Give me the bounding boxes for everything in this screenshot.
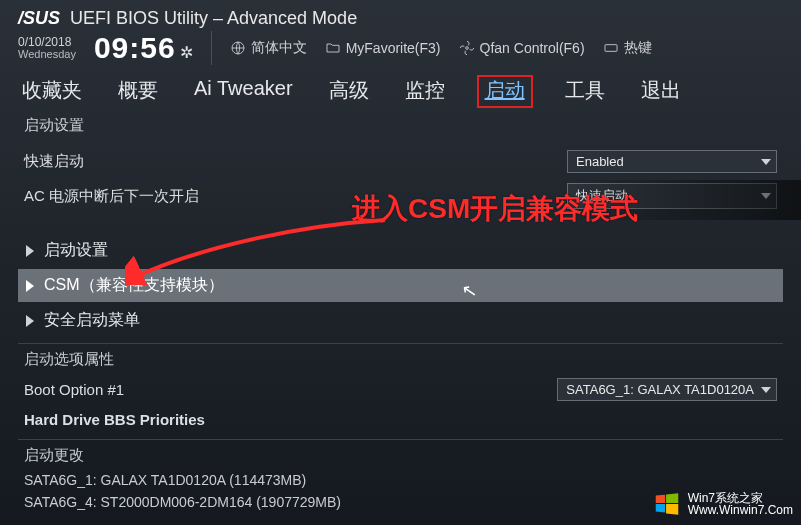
keyboard-icon	[603, 40, 619, 56]
boot-option1-label: Boot Option #1	[24, 381, 557, 398]
svg-point-1	[465, 47, 468, 50]
boot-option-header: 启动选项属性	[24, 350, 783, 369]
tab-monitor[interactable]: 监控	[401, 75, 449, 108]
time-text: 09:56	[94, 31, 176, 65]
main-tabs: 收藏夹 概要 Ai Tweaker 高级 监控 启动 工具 退出	[18, 75, 783, 112]
windows-logo-icon	[652, 489, 682, 519]
boot-option1-dropdown[interactable]: SATA6G_1: GALAX TA1D0120A	[557, 378, 777, 401]
fastboot-dropdown[interactable]: Enabled	[567, 150, 777, 173]
qfan-button[interactable]: Qfan Control(F6)	[459, 40, 585, 56]
section-secure-boot-label: 安全启动菜单	[44, 310, 140, 331]
hdd-bbs-label[interactable]: Hard Drive BBS Priorities	[24, 411, 777, 428]
chevron-right-icon	[26, 245, 34, 257]
tab-boot[interactable]: 启动	[477, 75, 533, 108]
svg-rect-2	[605, 45, 617, 52]
language-label: 简体中文	[251, 39, 307, 57]
datetime-block: 0/10/2018 Wednesday	[18, 36, 76, 60]
tab-advanced[interactable]: 高级	[325, 75, 373, 108]
tab-exit[interactable]: 退出	[637, 75, 685, 108]
section-boot-config[interactable]: 启动设置	[18, 234, 783, 267]
myfavorite-button[interactable]: MyFavorite(F3)	[325, 40, 441, 56]
hotkey-label: 热键	[624, 39, 652, 57]
section-csm[interactable]: CSM（兼容性支持模块）	[18, 269, 783, 302]
section-secure-boot[interactable]: 安全启动菜单	[18, 304, 783, 337]
breadcrumb: 启动设置	[24, 116, 783, 135]
watermark: Win7系统之家 Www.Winwin7.Com	[652, 489, 793, 519]
tab-aitweaker[interactable]: Ai Tweaker	[190, 75, 297, 108]
watermark-line2: Www.Winwin7.Com	[688, 504, 793, 516]
chevron-right-icon	[26, 315, 34, 327]
boot-override-header: 启动更改	[24, 446, 783, 465]
language-selector[interactable]: 简体中文	[230, 39, 307, 57]
day-text: Wednesday	[18, 49, 76, 61]
chevron-right-icon	[26, 280, 34, 292]
fastboot-label: 快速启动	[24, 152, 567, 171]
acloss-dropdown[interactable]: 快速启动	[567, 183, 777, 209]
section-boot-config-label: 启动设置	[44, 240, 108, 261]
tab-main[interactable]: 概要	[114, 75, 162, 108]
globe-icon	[230, 40, 246, 56]
date-text: 0/10/2018	[18, 36, 76, 49]
hotkey-button[interactable]: 热键	[603, 39, 652, 57]
qfan-label: Qfan Control(F6)	[480, 40, 585, 56]
settings-icon[interactable]: ✲	[180, 43, 193, 62]
myfavorite-label: MyFavorite(F3)	[346, 40, 441, 56]
brand-logo: /SUS	[18, 8, 60, 29]
section-csm-label: CSM（兼容性支持模块）	[44, 275, 224, 296]
folder-icon	[325, 40, 341, 56]
acloss-label: AC 电源中断后下一次开启	[24, 187, 567, 206]
fan-icon	[459, 40, 475, 56]
tab-tool[interactable]: 工具	[561, 75, 609, 108]
boot-override-item[interactable]: SATA6G_1: GALAX TA1D0120A (114473MB)	[18, 469, 783, 491]
tab-favorites[interactable]: 收藏夹	[18, 75, 86, 108]
page-title: UEFI BIOS Utility – Advanced Mode	[70, 8, 357, 29]
